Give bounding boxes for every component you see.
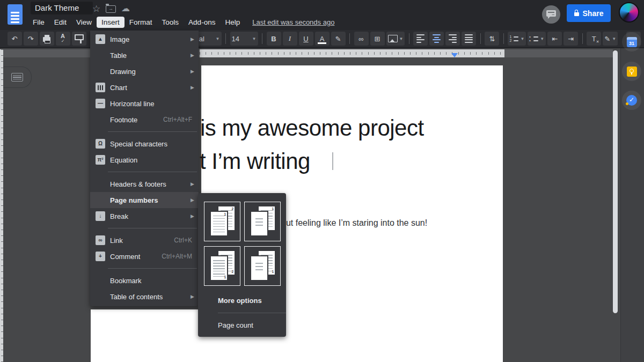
align-left-button[interactable] [413,32,428,46]
align-center-button[interactable] [429,32,444,46]
menu-item-footnote[interactable]: Footnote Ctrl+Alt+F [90,112,199,128]
more-options-item[interactable]: More options [198,293,286,308]
menu-edit[interactable]: Edit [49,17,71,28]
menu-item-label: Table [110,51,191,60]
redo-button[interactable]: ↷ [24,32,38,46]
page-number-option-header-all-pages[interactable]: 2 1 [204,202,240,241]
undo-button[interactable]: ↶ [8,32,22,46]
share-button[interactable]: Share [567,4,611,22]
move-to-folder-icon[interactable]: → [106,5,116,13]
icon-spacer [96,195,105,205]
page-number-digit: 1 [272,270,274,274]
italic-button[interactable]: I [283,32,297,46]
menu-item-equation[interactable]: π² Equation [90,152,199,168]
shortcut-label: Ctrl+Alt+F [163,116,192,123]
page-number-option-footer-all-pages[interactable]: 2 1 [204,246,240,286]
submenu-arrow-icon: ▶ [191,69,194,74]
menu-insert[interactable]: Insert [97,17,125,28]
menu-item-drawing[interactable]: Drawing ▶ [90,63,199,79]
submenu-arrow-icon: ▶ [191,53,194,58]
page-count-item[interactable]: Page count [198,318,286,333]
calendar-side-panel-button[interactable]: 31 [622,32,641,51]
menu-item-label: Headers & footers [110,180,191,188]
menu-item-comment[interactable]: + Comment Ctrl+Alt+M [90,248,199,264]
menu-item-break[interactable]: ↓ Break ▶ [90,208,199,224]
open-comments-button[interactable] [542,5,560,24]
increase-indent-button[interactable]: ⇥ [564,32,578,46]
document-title-field[interactable]: Dark Theme [31,2,93,14]
highlight-color-button[interactable]: ✎ [331,32,346,46]
icon-spacer [96,115,105,124]
submenu-arrow-icon: ▶ [191,294,194,299]
menu-item-link[interactable]: ∞ Link Ctrl+K [90,232,199,248]
menu-item-special-characters[interactable]: Ω Special characters [90,136,199,152]
page-number-digit: 2 [231,208,233,211]
menu-view[interactable]: View [71,17,97,28]
google-docs-logo[interactable] [8,4,23,25]
toolbar-divider [409,33,409,44]
menu-separator [108,172,197,172]
menu-item-label: Table of contents [110,293,191,301]
keep-side-panel-button[interactable] [622,62,641,81]
toolbar-divider [349,33,350,44]
text-color-button[interactable]: A [315,32,330,46]
insert-image-button[interactable]: ▼ [386,32,405,46]
cloud-saved-icon[interactable]: ☁ [121,3,130,13]
bold-button[interactable]: B [267,32,281,46]
indent-marker-icon[interactable] [451,53,458,57]
menu-item-label: Link [110,237,174,245]
menu-separator [108,268,197,269]
star-icon[interactable]: ☆ [92,3,100,14]
google-docs-dark-theme-window: is my awesome project t I’m writing out … [0,0,644,362]
clear-formatting-icon: T [592,35,596,43]
page-number-option-footer-skip-first[interactable]: 1 [244,246,281,286]
font-size-select[interactable]: 14 ▼ [230,32,258,46]
account-avatar[interactable] [619,2,639,23]
clear-formatting-button[interactable]: T [587,32,601,46]
editing-mode-button[interactable]: ✎ ▼ [603,32,618,46]
menu-add-ons[interactable]: Add-ons [184,17,220,28]
decrease-indent-button[interactable]: ⇤ [547,32,562,46]
underline-button[interactable]: U [299,32,313,46]
menu-item-horizontal-line[interactable]: — Horizontal line [90,95,199,112]
menu-item-chart[interactable]: Chart ▶ [90,79,199,95]
print-button[interactable] [40,32,54,46]
menu-file[interactable]: File [28,17,49,28]
menu-item-image[interactable]: ▲ Image ▶ [90,31,199,47]
line-spacing-button[interactable]: ⇅ [485,32,499,46]
submenu-arrow-icon: ▶ [191,197,194,203]
menu-help[interactable]: Help [220,17,245,28]
submenu-arrow-icon: ▶ [191,36,194,42]
chevron-down-icon: ▼ [216,36,220,41]
menu-separator [108,228,197,228]
insert-link-button[interactable]: ∞ [354,32,369,46]
highlighter-icon: ✎ [335,35,341,43]
menu-item-table-of-contents[interactable]: Table of contents ▶ [90,289,199,305]
page-number-option-header-skip-first[interactable]: 1 [244,202,281,241]
menu-item-table[interactable]: Table ▶ [90,47,199,63]
add-comment-button[interactable]: ⊞ [370,32,385,46]
align-right-button[interactable] [445,32,460,46]
menu-tools[interactable]: Tools [157,17,184,28]
outline-icon [11,73,23,82]
menu-item-label: Drawing [110,68,191,76]
bulleted-list-button[interactable]: • • ▼ [528,32,546,46]
justify-button[interactable] [462,32,476,46]
menu-format[interactable]: Format [125,17,157,28]
text-cursor [332,152,333,170]
menu-item-page-numbers[interactable]: Page numbers ▶ [90,192,199,208]
menu-item-bookmark[interactable]: Bookmark [90,272,199,289]
page-number-digit: 1 [272,208,274,211]
vertical-scrollbar-thumb[interactable] [613,50,618,313]
numbered-list-button[interactable]: 1 2 ▼ [508,32,526,46]
toolbar-divider [582,33,583,44]
last-edit-link[interactable]: Last edit was seconds ago [252,18,334,26]
comments-icon [546,10,556,17]
menu-item-label: Horizontal line [110,100,194,108]
menu-item-headers-footers[interactable]: Headers & footers ▶ [90,176,199,192]
spelling-check-button[interactable]: A✓ [56,32,70,46]
tasks-side-panel-button[interactable]: ✓ [622,91,641,110]
chart-icon [96,83,105,92]
paint-format-button[interactable] [72,32,86,46]
show-document-outline-button[interactable] [3,67,32,88]
